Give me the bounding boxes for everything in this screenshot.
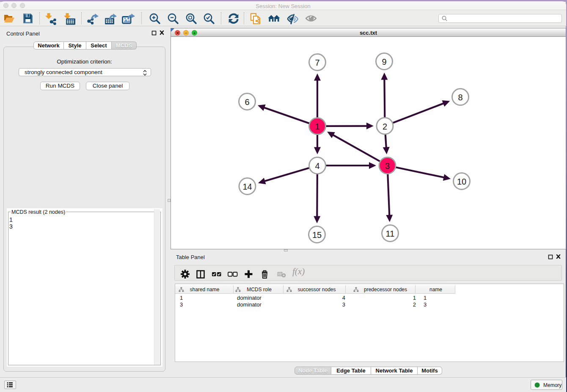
svg-text:10: 10 — [457, 177, 466, 186]
svg-text:1: 1 — [315, 122, 319, 131]
svg-text:6: 6 — [245, 97, 249, 107]
svg-text:2: 2 — [383, 122, 387, 131]
svg-text:14: 14 — [242, 182, 252, 191]
svg-text:8: 8 — [458, 93, 462, 102]
svg-text:7: 7 — [315, 58, 319, 67]
svg-text:11: 11 — [386, 229, 395, 238]
svg-text:3: 3 — [385, 161, 390, 171]
svg-text:9: 9 — [382, 57, 386, 66]
svg-text:15: 15 — [312, 230, 322, 240]
svg-text:4: 4 — [315, 161, 319, 171]
